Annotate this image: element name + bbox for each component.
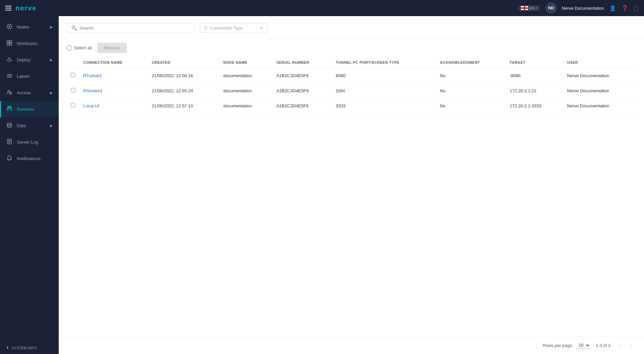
help-icon[interactable]: ❓ <box>622 5 628 11</box>
cell-user: Nerve Documentation <box>563 83 636 98</box>
cell-node_name: documentation <box>219 98 272 113</box>
sidebar-item-notifications[interactable]: Notifications <box>0 150 59 167</box>
row-select-checkbox[interactable] <box>71 73 75 77</box>
col-header-node_name: NODE NAME <box>219 57 272 68</box>
svg-rect-5 <box>10 43 12 45</box>
row-checkbox-2[interactable] <box>67 98 79 113</box>
row-select-checkbox[interactable] <box>71 103 75 107</box>
main-content: 🔍 ▽ Connection Type ▾ Select all Remove … <box>59 16 644 354</box>
col-header-target: TARGET <box>506 57 563 68</box>
sidebar: Nodes ▶ Workloads Deploy ▶ Labels Access… <box>0 16 59 354</box>
cell-tunnel_pc_port: SSH <box>332 83 436 98</box>
sidebar-item-label: Labels <box>17 74 30 79</box>
table-header: CONNECTION NAMECREATEDNODE NAMESERIAL NU… <box>67 57 636 68</box>
svg-point-7 <box>10 92 11 93</box>
sidebar-item-workloads[interactable]: Workloads <box>0 35 59 52</box>
sidebar-item-label: Deploy <box>17 57 30 62</box>
filter-placeholder: Connection Type <box>210 26 258 31</box>
remotes-table-wrap: CONNECTION NAMECREATEDNODE NAMESERIAL NU… <box>59 57 644 336</box>
cell-connection_name[interactable]: RScreen1 <box>79 83 148 98</box>
prev-page-button[interactable]: ‹ <box>616 341 625 350</box>
col-header-user: USER <box>563 57 636 68</box>
cell-serial_number: A1B2C3D4E5F6 <box>273 68 332 83</box>
sidebar-item-label: Remotes <box>17 107 34 112</box>
search-box[interactable]: 🔍 <box>67 23 194 33</box>
col-header-created: CREATED <box>148 57 219 68</box>
remotes-table: CONNECTION NAMECREATEDNODE NAMESERIAL NU… <box>67 57 636 113</box>
col-header-checkbox <box>67 57 79 68</box>
system-info-button[interactable]: ⬇ SYSTEM INFO <box>0 341 59 354</box>
user-avatar[interactable]: ND <box>546 3 556 13</box>
sidebar-item-label: Nodes <box>17 24 30 30</box>
col-header-serial_number: SERIAL NUMBER <box>273 57 332 68</box>
language-chevron: ▾ <box>536 6 538 10</box>
language-label: EN <box>530 6 535 10</box>
filter-icon: ▽ <box>204 26 207 31</box>
toolbar: 🔍 ▽ Connection Type ▾ <box>59 16 644 39</box>
select-all-checkbox[interactable] <box>67 46 71 50</box>
cell-connection_name[interactable]: Local UI <box>79 98 148 113</box>
col-header-connection_name: CONNECTION NAME <box>79 57 148 68</box>
svg-point-9 <box>7 123 11 125</box>
cell-connection_name[interactable]: RTunnel1 <box>79 68 148 83</box>
remove-button[interactable]: Remove <box>97 43 127 53</box>
cell-tunnel_pc_port: 3333 <box>332 98 436 113</box>
cell-node_name: documentation <box>219 83 272 98</box>
row-select-checkbox[interactable] <box>71 88 75 92</box>
rows-per-page-select[interactable]: 10 25 50 <box>576 342 590 349</box>
select-all-checkbox-label[interactable]: Select all <box>67 45 92 50</box>
svg-point-8 <box>9 108 10 109</box>
col-header-tunnel_pc_port: TUNNEL PC PORT/SCREEN TYPE <box>332 57 436 68</box>
sidebar-item-label: Notifications <box>17 156 41 161</box>
app-logo: nerve <box>15 4 37 12</box>
search-icon: 🔍 <box>71 25 77 31</box>
svg-rect-2 <box>7 41 9 43</box>
table-row: Local UI21/06/2022, 12:57:10documentatio… <box>67 98 636 113</box>
user-profile-icon[interactable]: 👤 <box>609 5 616 11</box>
row-checkbox-0[interactable] <box>67 68 79 83</box>
pagination-nav: ‹ › <box>616 341 636 350</box>
system-info-icon: ⬇ <box>6 346 9 350</box>
cell-acknowledgment: No <box>436 68 506 83</box>
sidebar-arrow: ▶ <box>50 58 53 62</box>
sidebar-item-deploy[interactable]: Deploy ▶ <box>0 52 59 68</box>
table-row: RScreen121/06/2022, 12:55:24documentatio… <box>67 83 636 98</box>
cell-created: 21/06/2022, 12:57:10 <box>148 98 219 113</box>
cell-target: 172.20.2.1:3333 <box>506 98 563 113</box>
cell-acknowledgment: No <box>436 98 506 113</box>
cell-target: :8080 <box>506 68 563 83</box>
row-checkbox-1[interactable] <box>67 83 79 98</box>
search-input[interactable] <box>80 26 190 31</box>
workloads-icon <box>6 40 13 47</box>
sidebar-item-label: Access <box>17 90 31 95</box>
next-page-button[interactable]: › <box>627 341 636 350</box>
cell-node_name: documentation <box>219 68 272 83</box>
server-log-icon <box>6 139 13 146</box>
svg-point-6 <box>8 90 10 92</box>
language-selector[interactable]: EN ▾ <box>518 5 540 11</box>
sidebar-item-server-log[interactable]: Server Log <box>0 134 59 150</box>
system-info-label: SYSTEM INFO <box>12 346 37 350</box>
sidebar-item-remotes[interactable]: Remotes <box>0 101 59 117</box>
connection-type-filter[interactable]: ▽ Connection Type ▾ <box>200 23 267 33</box>
hamburger-button[interactable] <box>5 6 11 10</box>
table-row: RTunnel121/06/2022, 12:56:16documentatio… <box>67 68 636 83</box>
sidebar-item-label: Data <box>17 123 26 128</box>
sidebar-arrow: ▶ <box>50 124 53 128</box>
labels-icon <box>6 73 13 80</box>
svg-rect-4 <box>7 43 9 45</box>
topbar: nerve EN ▾ ND Nerve Documentation 👤 ❓ ⬚ <box>0 0 644 16</box>
cell-tunnel_pc_port: 8080 <box>332 68 436 83</box>
sidebar-item-access[interactable]: Access ▶ <box>0 85 59 101</box>
logout-icon[interactable]: ⬚ <box>634 5 639 11</box>
sidebar-item-data[interactable]: Data ▶ <box>0 117 59 134</box>
col-header-acknowledgment: ACKNOWLEDGMENT <box>436 57 506 68</box>
sidebar-item-nodes[interactable]: Nodes ▶ <box>0 19 59 35</box>
cell-serial_number: A1B2C3D4E5F6 <box>273 83 332 98</box>
cell-target: 172.20.2.1:22 <box>506 83 563 98</box>
nodes-icon <box>6 23 13 31</box>
sidebar-item-labels[interactable]: Labels <box>0 68 59 85</box>
rows-per-page[interactable]: Rows per page: 10 25 50 <box>543 342 590 349</box>
cell-serial_number: A1B2C3D4E5F6 <box>273 98 332 113</box>
sidebar-item-label: Workloads <box>17 41 37 46</box>
